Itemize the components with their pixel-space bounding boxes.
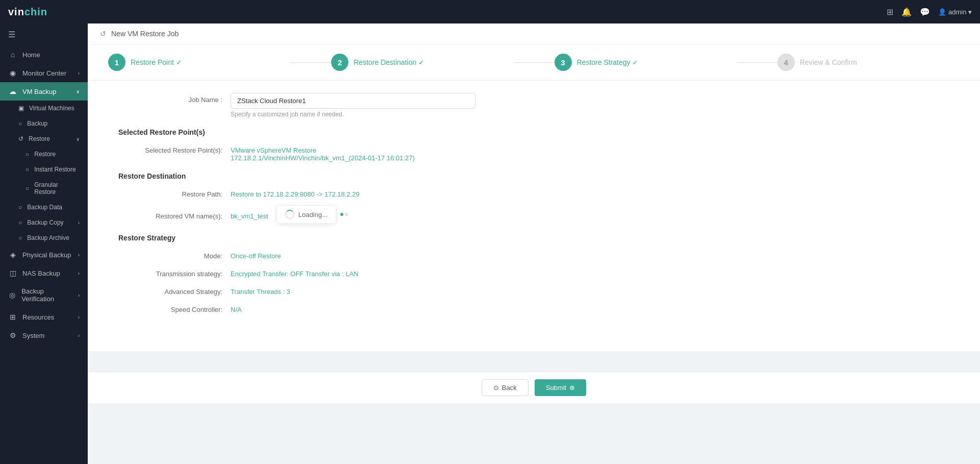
chevron-physical-icon: › <box>78 252 80 258</box>
monitor-icon: ◉ <box>8 69 17 77</box>
backup-icon: ○ <box>18 120 22 127</box>
back-button[interactable]: ⊙ Back <box>482 379 529 396</box>
sidebar-label-verification: Backup Verification <box>21 287 72 303</box>
selected-restore-points-label: Selected Restore Point(s): <box>118 143 231 154</box>
job-name-input[interactable] <box>231 93 475 109</box>
backup-archive-icon: ○ <box>18 234 22 241</box>
section-title-restore-dest: Restore Destination <box>118 172 949 180</box>
sidebar-item-monitor-center[interactable]: ◉ Monitor Center › <box>0 64 88 82</box>
page-title: New VM Restore Job <box>111 30 179 38</box>
sidebar-item-physical-backup[interactable]: ◈ Physical Backup › <box>0 246 88 264</box>
restore-point-line2: 172.18.2.1/VinchinHW/Vinchin/bk_vm1_(202… <box>231 154 949 162</box>
instant-restore-icon: ○ <box>26 166 29 173</box>
restore-path-row: Restore Path: Restore to 172.18.2.29:808… <box>118 187 949 198</box>
advanced-strategy-value: Transfer Threads : 3 <box>231 285 949 296</box>
mode-label: Mode: <box>118 249 231 260</box>
bottom-bar: ⊙ Back Submit ⊕ <box>88 372 980 403</box>
step-1: 1 Restore Point ✓ <box>108 54 290 71</box>
dot-1 <box>340 213 343 216</box>
sidebar-label-instant-restore: Instant Restore <box>34 166 76 173</box>
backup-copy-icon: ○ <box>18 219 22 226</box>
chevron-right-icon: › <box>78 70 80 76</box>
step-1-label: Restore Point ✓ <box>131 58 182 66</box>
sidebar-item-virtual-machines[interactable]: ▣ Virtual Machines <box>0 101 88 116</box>
restore-path-value: Restore to 172.18.2.29:8080 -> 172.18.2.… <box>231 187 949 198</box>
sidebar-item-nas-backup[interactable]: ◫ NAS Backup › <box>0 264 88 282</box>
sidebar-item-resources[interactable]: ⊞ Resources › <box>0 308 88 326</box>
loading-overlay: Loading... <box>277 205 336 224</box>
sidebar: ☰ ⌂ Home ◉ Monitor Center › ☁ VM Backup … <box>0 0 88 464</box>
job-name-input-wrapper: Specify a customized job name if needed. <box>231 93 949 118</box>
topbar: vinchin ⊞ 🔔 💬 👤 admin ▾ <box>0 0 980 23</box>
loading-dots <box>340 213 348 216</box>
restored-vm-name-row: Restored VM name(s): bk_vm1_test Loading… <box>118 205 949 224</box>
user-menu[interactable]: 👤 admin ▾ <box>938 8 972 16</box>
mode-row: Mode: Once-off Restore <box>118 249 949 260</box>
sidebar-label-vm-backup: VM Backup <box>22 88 56 95</box>
sidebar-item-backup-verification[interactable]: ◎ Backup Verification › <box>0 282 88 308</box>
step-connector-2 <box>514 62 555 63</box>
speed-controller-row: Speed Controller: N/A <box>118 303 949 313</box>
sidebar-item-vm-backup[interactable]: ☁ VM Backup ∨ <box>0 82 88 101</box>
sidebar-label-backup: Backup <box>27 120 47 127</box>
chevron-copy-icon: › <box>78 220 80 226</box>
logo: vinchin <box>8 6 47 18</box>
sidebar-item-system[interactable]: ⚙ System › <box>0 326 88 345</box>
restore-sub-icon: ○ <box>26 151 29 158</box>
speed-controller-label: Speed Controller: <box>118 303 231 313</box>
chevron-verif-icon: › <box>78 292 80 298</box>
sidebar-label-system: System <box>22 332 44 339</box>
restored-vm-name: bk_vm1_test <box>231 209 268 220</box>
grid-icon[interactable]: ⊞ <box>887 7 893 17</box>
step-1-circle: 1 <box>108 54 125 71</box>
chevron-down-icon: ∨ <box>76 89 80 94</box>
chevron-resources-icon: › <box>78 314 80 320</box>
cloud-icon: ☁ <box>8 87 17 95</box>
restored-vm-label: Restored VM name(s): <box>118 209 231 220</box>
granular-restore-icon: ○ <box>26 185 29 192</box>
sidebar-item-granular-restore[interactable]: ○ Granular Restore <box>0 177 88 200</box>
sidebar-item-restore[interactable]: ↺ Restore ∨ <box>0 131 88 146</box>
job-name-row: Job Name : Specify a customized job name… <box>118 93 949 118</box>
physical-backup-icon: ◈ <box>8 251 17 259</box>
sidebar-label-backup-data: Backup Data <box>27 204 62 211</box>
advanced-strategy-label: Advanced Strategy: <box>118 285 231 296</box>
submit-button[interactable]: Submit ⊕ <box>535 379 586 396</box>
step-2: 2 Restore Destination ✓ <box>331 54 513 71</box>
transmission-label: Transmission strategy: <box>118 267 231 278</box>
step-3-label: Restore Strategy ✓ <box>577 58 639 66</box>
restore-point-line1: VMware vSphereVM Restore <box>231 146 949 154</box>
job-name-label: Job Name : <box>118 93 231 104</box>
chat-icon[interactable]: 💬 <box>920 7 930 17</box>
step-3: 3 Restore Strategy ✓ <box>555 54 737 71</box>
topbar-right: ⊞ 🔔 💬 👤 admin ▾ <box>887 7 972 17</box>
main-content: ↺ New VM Restore Job 1 Restore Point ✓ 2… <box>88 23 980 464</box>
restore-icon: ↺ <box>18 135 23 142</box>
sidebar-label-nas: NAS Backup <box>22 270 60 277</box>
restore-path-label: Restore Path: <box>118 187 231 198</box>
hamburger-icon[interactable]: ☰ <box>0 23 88 45</box>
sidebar-label-restore: Restore <box>29 135 50 142</box>
page-header: ↺ New VM Restore Job <box>88 23 980 44</box>
selected-restore-points-value: VMware vSphereVM Restore 172.18.2.1/Vinc… <box>231 143 949 162</box>
sidebar-item-backup-copy[interactable]: ○ Backup Copy › <box>0 215 88 230</box>
step-3-circle: 3 <box>555 54 572 71</box>
bell-icon[interactable]: 🔔 <box>901 7 912 17</box>
sidebar-item-backup[interactable]: ○ Backup <box>0 116 88 131</box>
resources-icon: ⊞ <box>8 313 17 321</box>
sidebar-label-backup-copy: Backup Copy <box>27 219 63 226</box>
sidebar-item-restore-sub[interactable]: ○ Restore <box>0 146 88 162</box>
chevron-system-icon: › <box>78 333 80 338</box>
sidebar-label-monitor: Monitor Center <box>22 69 66 77</box>
sidebar-item-backup-data[interactable]: ○ Backup Data <box>0 200 88 215</box>
sidebar-item-instant-restore[interactable]: ○ Instant Restore <box>0 162 88 177</box>
sidebar-item-backup-archive[interactable]: ○ Backup Archive <box>0 230 88 246</box>
sidebar-label-resources: Resources <box>22 313 54 321</box>
section-restore-points: Selected Restore Point(s) Selected Resto… <box>118 128 949 162</box>
step-4-label: Review & Confirm <box>800 58 857 66</box>
sidebar-label-vms: Virtual Machines <box>29 105 74 112</box>
sidebar-item-home[interactable]: ⌂ Home <box>0 45 88 64</box>
loading-spinner <box>285 210 294 219</box>
step-2-circle: 2 <box>331 54 348 71</box>
restored-vm-value-area: bk_vm1_test Loading... <box>231 205 348 224</box>
